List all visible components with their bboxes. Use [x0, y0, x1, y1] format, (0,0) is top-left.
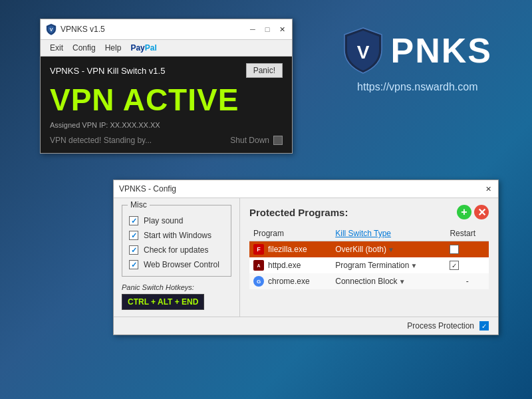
vpn-main-window: V VPNKS v1.5 ─ □ ✕ Exit Config Help PayP…: [40, 19, 293, 154]
config-titlebar: VPNKS - Config ✕: [114, 180, 498, 198]
config-left-panel: Misc Play sound Start with Windows Check…: [114, 198, 240, 317]
start-windows-checkbox[interactable]: [129, 231, 138, 240]
svg-text:V: V: [50, 27, 53, 32]
config-body: Misc Play sound Start with Windows Check…: [114, 198, 498, 317]
panic-button[interactable]: Panic!: [246, 63, 283, 78]
config-title: VPNKS - Config: [119, 184, 176, 194]
vpn-status-row: VPN detected! Standing by... Shut Down: [50, 136, 283, 145]
vpn-header-text: VPNKS - VPN Kill Switch v1.5: [50, 66, 165, 76]
chrome-dropdown-icon[interactable]: ▼: [399, 278, 406, 285]
filezilla-restart-checkbox[interactable]: [450, 245, 459, 254]
shutdown-checkbox[interactable]: [273, 136, 283, 145]
chrome-kill-switch: Connection Block ▼: [331, 273, 446, 289]
start-windows-label: Start with Windows: [144, 231, 211, 240]
web-browser-label: Web Browser Control: [144, 260, 219, 269]
vpn-content: VPNKS - VPN Kill Switch v1.5 Panic! VPN …: [41, 57, 292, 153]
config-footer: Process Protection: [114, 317, 498, 334]
menu-exit[interactable]: Exit: [46, 42, 67, 54]
hotkey-label: Panic Switch Hotkeys:: [122, 283, 231, 291]
vpn-titlebar: V VPNKS v1.5 ─ □ ✕: [41, 19, 292, 40]
minimize-icon[interactable]: ─: [248, 25, 257, 34]
httpd-restart-checkbox[interactable]: [450, 261, 459, 270]
menu-help[interactable]: Help: [101, 42, 126, 54]
vpn-shield-icon: V: [46, 23, 57, 35]
httpd-restart[interactable]: [446, 257, 489, 273]
program-cell-filezilla: F filezilla.exe: [249, 241, 331, 258]
shutdown-row: Shut Down: [230, 136, 283, 145]
filezilla-icon: F: [253, 244, 264, 255]
table-row: A httpd.exe Program Termination ▼: [249, 257, 489, 273]
check-updates-label: Check for updates: [144, 245, 208, 255]
menu-config[interactable]: Config: [68, 42, 100, 54]
program-cell-httpd: A httpd.exe: [249, 257, 331, 273]
logo-area: V PNKS https://vpns.nswardh.com: [343, 27, 492, 93]
check-updates-checkbox[interactable]: [129, 245, 138, 255]
chrome-icon: G: [253, 276, 264, 287]
checkbox-start-windows[interactable]: Start with Windows: [129, 231, 224, 240]
shutdown-label: Shut Down: [230, 136, 269, 145]
play-sound-label: Play sound: [144, 216, 183, 225]
vpn-status-text: VPN detected! Standing by...: [50, 136, 152, 145]
config-close-icon[interactable]: ✕: [483, 184, 493, 194]
close-icon[interactable]: ✕: [277, 25, 287, 34]
httpd-name: httpd.exe: [268, 261, 301, 270]
filezilla-dropdown-icon[interactable]: ▼: [388, 246, 394, 253]
chrome-name: chrome.exe: [268, 277, 310, 286]
checkbox-play-sound[interactable]: Play sound: [129, 216, 224, 225]
play-sound-checkbox[interactable]: [129, 216, 138, 225]
process-protection-label: Process Protection: [407, 321, 474, 331]
filezilla-kill-switch: OverKill (both) ▼: [331, 241, 446, 258]
add-program-button[interactable]: +: [457, 205, 471, 219]
vpn-menu-bar: Exit Config Help PayPal: [41, 40, 292, 57]
httpd-kill-switch: Program Termination ▼: [331, 257, 446, 273]
logo-url: https://vpns.nswardh.com: [357, 81, 477, 93]
logo-shield-container: V PNKS: [343, 27, 492, 74]
checkbox-check-updates[interactable]: Check for updates: [129, 245, 224, 255]
misc-legend: Misc: [128, 200, 150, 209]
httpd-dropdown-icon[interactable]: ▼: [410, 262, 417, 269]
misc-group: Misc Play sound Start with Windows Check…: [122, 205, 231, 277]
httpd-icon: A: [253, 260, 264, 271]
table-row: F filezilla.exe OverKill (both) ▼: [249, 241, 489, 258]
protected-buttons: + ✕: [457, 205, 489, 219]
vpn-ip-label: Assigned VPN IP: XX.XXX.XX.XX: [50, 121, 283, 129]
programs-table: Program Kill Switch Type Restart F filez…: [249, 226, 489, 289]
menu-paypal[interactable]: PayPal: [126, 42, 160, 54]
logo-text: PNKS: [391, 31, 492, 70]
filezilla-name: filezilla.exe: [268, 245, 307, 254]
chrome-restart: -: [446, 273, 489, 289]
program-cell-chrome: G chrome.exe: [249, 273, 331, 289]
vpn-window-title: VPNKS v1.5: [61, 25, 105, 34]
web-browser-checkbox[interactable]: [129, 260, 138, 269]
col-program: Program: [249, 226, 331, 241]
protected-header-row: Protected Programs: + ✕: [249, 205, 489, 219]
vpn-header-row: VPNKS - VPN Kill Switch v1.5 Panic!: [50, 63, 283, 78]
table-header: Program Kill Switch Type Restart: [249, 226, 489, 241]
col-restart: Restart: [446, 226, 489, 241]
window-controls: ─ □ ✕: [248, 25, 287, 34]
table-header-row: Program Kill Switch Type Restart: [249, 226, 489, 241]
config-window: VPNKS - Config ✕ Misc Play sound Start w…: [113, 180, 499, 335]
protected-title: Protected Programs:: [249, 207, 348, 218]
chrome-kill-switch-value: Connection Block: [335, 277, 397, 286]
filezilla-restart[interactable]: [446, 241, 489, 258]
vpn-active-text: VPN ACTIVE: [50, 83, 283, 117]
process-protection-checkbox[interactable]: [479, 321, 489, 331]
svg-text:V: V: [356, 42, 369, 63]
col-kill-switch[interactable]: Kill Switch Type: [331, 226, 446, 241]
hotkey-section: Panic Switch Hotkeys: CTRL + ALT + END: [122, 283, 231, 310]
table-body: F filezilla.exe OverKill (both) ▼: [249, 241, 489, 290]
table-row: G chrome.exe Connection Block ▼ -: [249, 273, 489, 289]
config-right-panel: Protected Programs: + ✕ Program Kill Swi…: [240, 198, 498, 317]
logo-shield-icon: V: [343, 27, 383, 74]
maximize-icon[interactable]: □: [263, 25, 272, 34]
vpn-title-left: V VPNKS v1.5: [46, 23, 105, 35]
checkbox-web-browser[interactable]: Web Browser Control: [129, 260, 224, 269]
hotkey-value: CTRL + ALT + END: [122, 294, 204, 310]
remove-program-button[interactable]: ✕: [474, 205, 489, 219]
